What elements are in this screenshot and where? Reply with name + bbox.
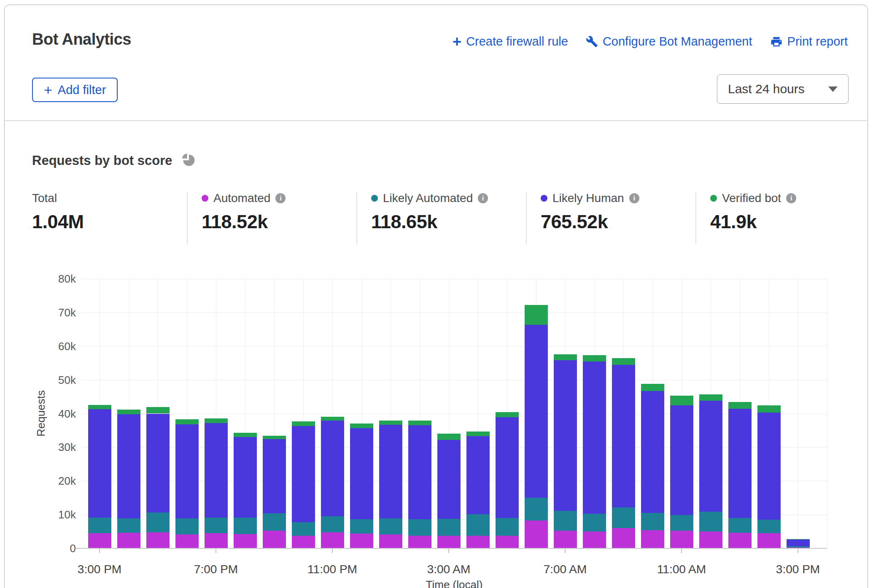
configure-bot-management-label: Configure Bot Management [603, 35, 752, 49]
bar-segment-automated [146, 532, 170, 548]
bar-segment-likely-human [292, 426, 315, 522]
likely-automated-legend-dot [371, 195, 378, 202]
info-icon[interactable]: i [786, 193, 796, 203]
bar-segment-verified-bot [554, 354, 577, 360]
bar-segment-automated [612, 528, 635, 548]
info-icon[interactable]: i [275, 193, 286, 203]
bar-segment-automated [641, 530, 664, 548]
print-report-link[interactable]: Print report [770, 35, 848, 49]
bar-segment-likely-human [466, 436, 490, 514]
bar-segment-verified-bot [350, 423, 373, 428]
bar-segment-automated [263, 531, 286, 548]
bar-segment-verified-bot [88, 405, 111, 409]
bar-segment-automated [292, 536, 315, 548]
create-firewall-rule-label: Create firewall rule [466, 35, 568, 49]
bar-segment-automated [466, 536, 490, 548]
bar-segment-automated [321, 532, 344, 548]
bar-segment-verified-bot [612, 358, 635, 365]
bar-segment-likely-automated [205, 518, 228, 533]
header-actions: + Create firewall rule Configure Bot Man… [453, 35, 848, 49]
bar-segment-verified-bot [146, 407, 170, 413]
configure-bot-management-link[interactable]: Configure Bot Management [586, 35, 752, 49]
bar-segment-likely-automated [699, 512, 722, 531]
stat-verified-bot-value: 41.9k [710, 211, 796, 233]
bar-segment-likely-automated [525, 498, 548, 521]
bar-segment-verified-bot [466, 432, 490, 436]
bot-analytics-page: Bot Analytics + Create firewall rule Con… [0, 0, 873, 588]
bar-segment-likely-automated [263, 513, 286, 531]
bar-segment-likely-automated [292, 522, 315, 536]
bar-segment-likely-human [641, 391, 664, 513]
bar-segment-likely-human [699, 401, 722, 512]
bar-segment-verified-bot [205, 418, 228, 423]
stat-verified-bot: Verified bot i 41.9k [710, 191, 796, 233]
page-title: Bot Analytics [32, 30, 131, 49]
bar-segment-likely-human [205, 423, 228, 518]
bar-segment-verified-bot [379, 421, 402, 425]
bar-segment-automated [583, 531, 606, 548]
bar-segment-automated [496, 536, 519, 548]
bar-segment-likely-automated [234, 518, 257, 534]
wrench-icon [586, 35, 598, 48]
bar-segment-likely-automated [757, 520, 781, 533]
bar-segment-likely-automated [88, 518, 111, 533]
bar-segment-likely-human [175, 424, 199, 518]
bar-segment-likely-human [263, 439, 286, 513]
bar-segment-verified-bot [525, 305, 548, 325]
bar-segment-likely-human [612, 365, 635, 507]
bar-segment-likely-human [496, 417, 519, 518]
bar-segment-likely-human [554, 360, 577, 511]
stat-total-label: Total [32, 192, 57, 205]
verified-bot-legend-dot [710, 195, 717, 202]
bar-segment-automated [670, 531, 693, 548]
bar-segment-verified-bot [292, 421, 315, 426]
bar-segment-likely-human [437, 440, 461, 519]
bar-segment-automated [728, 533, 752, 548]
section-title-row: Requests by bot score [32, 152, 196, 169]
bar-segment-verified-bot [437, 434, 461, 440]
bar-segment-likely-automated [641, 513, 664, 530]
likely-human-legend-dot [541, 195, 547, 202]
info-icon[interactable]: i [629, 193, 639, 203]
time-range-select[interactable]: Last 24 hours [717, 74, 849, 104]
bar-segment-automated [437, 536, 461, 548]
stat-verified-bot-label: Verified bot [722, 192, 781, 205]
bar-segment-automated [350, 534, 373, 548]
bar-segment-automated [234, 534, 257, 548]
add-filter-label: Add filter [58, 83, 106, 97]
bar-segment-likely-human [525, 325, 548, 498]
bar-segment-verified-bot [496, 412, 519, 418]
bar-segment-likely-human [379, 425, 402, 518]
stat-automated-label: Automated [213, 192, 270, 205]
bar-segment-likely-automated [379, 518, 402, 534]
bar-segment-likely-automated [496, 518, 519, 536]
plus-icon: + [453, 36, 461, 48]
bar-segment-likely-automated [146, 512, 170, 533]
bar-segment-verified-bot [321, 417, 344, 421]
stat-total: Total 1.04M [32, 191, 84, 233]
stat-divider [526, 192, 527, 244]
bar-segment-likely-human [117, 414, 140, 518]
bar-segment-likely-human [728, 409, 752, 518]
bar-segment-likely-human [757, 413, 781, 520]
bar-segment-automated [88, 533, 111, 548]
bar-segment-automated [379, 534, 402, 548]
pie-chart-icon [181, 152, 196, 169]
bar-segment-likely-automated [612, 507, 635, 528]
bar-segment-likely-human [670, 405, 693, 515]
info-icon[interactable]: i [478, 193, 488, 203]
bar-segment-verified-bot [787, 539, 810, 539]
chevron-down-icon [828, 86, 838, 92]
header-divider [5, 120, 868, 121]
bar-segment-likely-automated [117, 518, 140, 533]
bar-segment-likely-automated [583, 514, 606, 531]
bar-segment-likely-human [408, 425, 431, 519]
add-filter-button[interactable]: + Add filter [32, 78, 118, 102]
bar-segment-verified-bot [175, 419, 199, 424]
stat-likely-automated-label: Likely Automated [383, 192, 473, 205]
bar-segment-likely-human [321, 421, 344, 516]
stat-automated: Automated i 118.52k [202, 191, 286, 233]
stat-total-value: 1.04M [32, 211, 84, 233]
print-report-label: Print report [787, 35, 848, 49]
create-firewall-rule-link[interactable]: + Create firewall rule [453, 35, 568, 49]
